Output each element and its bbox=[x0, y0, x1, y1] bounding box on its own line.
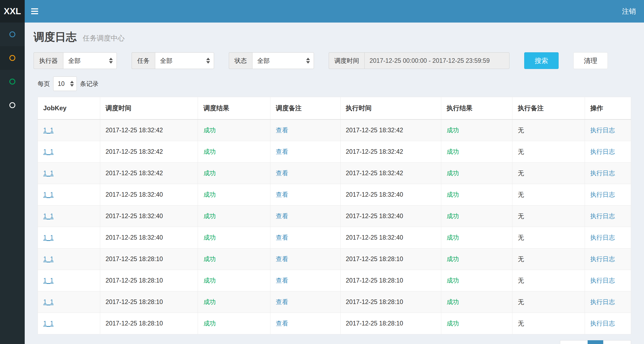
trigger-time-range-input[interactable] bbox=[364, 52, 509, 69]
sidebar bbox=[0, 23, 25, 344]
trigger-time-cell: 2017-12-25 18:28:10 bbox=[100, 291, 198, 313]
trigger-result-cell: 成功 bbox=[198, 184, 270, 206]
jobkey-link[interactable]: 1_1 bbox=[43, 255, 53, 262]
job-select-value: 全部 bbox=[160, 57, 172, 65]
executor-filter-group: 执行器 全部 bbox=[34, 52, 117, 69]
pagination: 上页 1 下页 bbox=[560, 340, 631, 344]
trigger-msg-link[interactable]: 查看 bbox=[276, 127, 288, 134]
job-filter-label: 任务 bbox=[132, 52, 155, 69]
trigger-result-cell: 成功 bbox=[198, 141, 270, 163]
trigger-msg-link[interactable]: 查看 bbox=[276, 320, 288, 327]
length-prefix-label: 每页 bbox=[38, 80, 50, 88]
current-page-button[interactable]: 1 bbox=[588, 340, 603, 344]
handle-time-cell: 2017-12-25 18:28:10 bbox=[340, 248, 441, 270]
trigger-msg-link[interactable]: 查看 bbox=[276, 234, 288, 241]
handle-result-cell: 成功 bbox=[441, 163, 512, 184]
table-row: 1_1 2017-12-25 18:32:42 成功 查看 2017-12-25… bbox=[38, 163, 631, 184]
trigger-msg-link[interactable]: 查看 bbox=[276, 191, 288, 198]
trigger-result-cell: 成功 bbox=[198, 119, 270, 141]
logout-link[interactable]: 注销 bbox=[614, 0, 644, 23]
handle-msg-cell: 无 bbox=[512, 248, 585, 270]
trigger-msg-link[interactable]: 查看 bbox=[276, 148, 288, 155]
sidebar-menu-item-2[interactable] bbox=[0, 46, 25, 70]
select-arrows-icon bbox=[109, 58, 113, 64]
table-header-row: JobKey调度时间调度结果调度备注执行时间执行结果执行备注操作 bbox=[38, 97, 631, 120]
handle-result-cell: 成功 bbox=[441, 227, 512, 248]
sidebar-toggle-button[interactable] bbox=[25, 0, 45, 23]
trigger-result-cell: 成功 bbox=[198, 227, 270, 248]
jobkey-link[interactable]: 1_1 bbox=[43, 213, 53, 219]
jobkey-link[interactable]: 1_1 bbox=[43, 320, 53, 327]
execution-log-link[interactable]: 执行日志 bbox=[590, 234, 615, 241]
trigger-result-cell: 成功 bbox=[198, 270, 270, 291]
page-subtitle: 任务调度中心 bbox=[83, 34, 125, 42]
page-length-select[interactable]: 10 bbox=[53, 76, 77, 91]
handle-time-cell: 2017-12-25 18:32:40 bbox=[340, 206, 441, 227]
clear-button[interactable]: 清理 bbox=[573, 52, 608, 69]
execution-log-link[interactable]: 执行日志 bbox=[590, 255, 615, 262]
execution-log-link[interactable]: 执行日志 bbox=[590, 127, 615, 134]
execution-log-link[interactable]: 执行日志 bbox=[590, 298, 615, 305]
executor-filter-label: 执行器 bbox=[34, 52, 63, 69]
execution-log-link[interactable]: 执行日志 bbox=[590, 320, 615, 327]
execution-log-link[interactable]: 执行日志 bbox=[590, 170, 615, 177]
column-header: 操作 bbox=[585, 97, 631, 120]
trigger-time-cell: 2017-12-25 18:32:40 bbox=[100, 184, 198, 206]
handle-msg-cell: 无 bbox=[512, 206, 585, 227]
handle-result-cell: 成功 bbox=[441, 184, 512, 206]
trigger-time-cell: 2017-12-25 18:32:42 bbox=[100, 141, 198, 163]
trigger-msg-link[interactable]: 查看 bbox=[276, 298, 288, 305]
trigger-msg-link[interactable]: 查看 bbox=[276, 255, 288, 262]
handle-time-cell: 2017-12-25 18:32:40 bbox=[340, 184, 441, 206]
execution-log-link[interactable]: 执行日志 bbox=[590, 148, 615, 155]
column-header: 调度时间 bbox=[100, 97, 198, 120]
execution-log-link[interactable]: 执行日志 bbox=[590, 213, 615, 219]
status-filter-group: 状态 全部 bbox=[229, 52, 314, 69]
sidebar-menu-item-4[interactable] bbox=[0, 93, 25, 117]
executor-select[interactable]: 全部 bbox=[63, 52, 117, 69]
circle-icon bbox=[9, 31, 15, 37]
jobkey-link[interactable]: 1_1 bbox=[43, 277, 53, 284]
next-page-button[interactable]: 下页 bbox=[603, 340, 631, 344]
dispatch-log-table: JobKey调度时间调度结果调度备注执行时间执行结果执行备注操作 1_1 201… bbox=[38, 97, 631, 334]
page-title: 调度日志 任务调度中心 bbox=[34, 30, 635, 44]
circle-icon bbox=[9, 79, 15, 85]
prev-page-button[interactable]: 上页 bbox=[560, 340, 588, 344]
sidebar-menu-item-3[interactable] bbox=[0, 70, 25, 93]
trigger-msg-link[interactable]: 查看 bbox=[276, 277, 288, 284]
handle-result-cell: 成功 bbox=[441, 248, 512, 270]
execution-log-link[interactable]: 执行日志 bbox=[590, 277, 615, 284]
select-arrows-icon bbox=[70, 81, 74, 87]
jobkey-link[interactable]: 1_1 bbox=[43, 170, 53, 177]
search-button[interactable]: 搜索 bbox=[524, 52, 559, 69]
handle-result-cell: 成功 bbox=[441, 291, 512, 313]
column-header: 调度结果 bbox=[198, 97, 270, 120]
trigger-result-cell: 成功 bbox=[198, 248, 270, 270]
column-header: 执行结果 bbox=[441, 97, 512, 120]
trigger-msg-link[interactable]: 查看 bbox=[276, 170, 288, 177]
jobkey-link[interactable]: 1_1 bbox=[43, 127, 53, 134]
column-header: 执行时间 bbox=[340, 97, 441, 120]
table-row: 1_1 2017-12-25 18:32:42 成功 查看 2017-12-25… bbox=[38, 141, 631, 163]
trigger-time-filter-group: 调度时间 bbox=[329, 52, 509, 69]
job-select[interactable]: 全部 bbox=[155, 52, 214, 69]
circle-icon bbox=[9, 102, 15, 108]
trigger-msg-link[interactable]: 查看 bbox=[276, 213, 288, 219]
jobkey-link[interactable]: 1_1 bbox=[43, 191, 53, 198]
filter-toolbar: 执行器 全部 任务 全部 状态 全部 调度时间 搜索 清理 bbox=[32, 44, 636, 69]
table-row: 1_1 2017-12-25 18:32:40 成功 查看 2017-12-25… bbox=[38, 206, 631, 227]
status-select[interactable]: 全部 bbox=[252, 52, 314, 69]
handle-result-cell: 成功 bbox=[441, 206, 512, 227]
execution-log-link[interactable]: 执行日志 bbox=[590, 191, 615, 198]
sidebar-menu-item-1[interactable] bbox=[0, 23, 25, 46]
trigger-time-cell: 2017-12-25 18:32:42 bbox=[100, 163, 198, 184]
trigger-result-cell: 成功 bbox=[198, 313, 270, 334]
handle-time-cell: 2017-12-25 18:32:40 bbox=[340, 227, 441, 248]
executor-select-value: 全部 bbox=[68, 57, 81, 65]
jobkey-link[interactable]: 1_1 bbox=[43, 148, 53, 155]
status-filter-label: 状态 bbox=[229, 52, 252, 69]
jobkey-link[interactable]: 1_1 bbox=[43, 298, 53, 305]
app-logo[interactable]: XXL bbox=[0, 0, 25, 23]
select-arrows-icon bbox=[206, 58, 210, 64]
jobkey-link[interactable]: 1_1 bbox=[43, 234, 53, 241]
